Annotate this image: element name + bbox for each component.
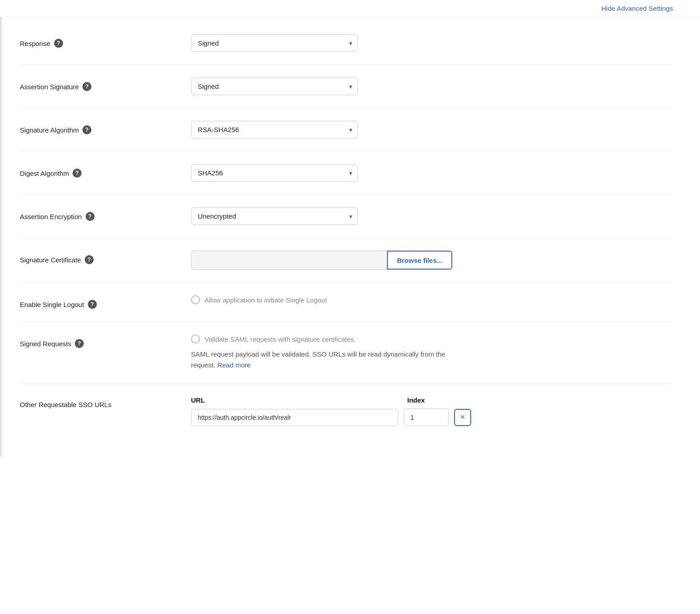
signature-certificate-row: Signature Certificate ? Browse files... [20, 238, 673, 283]
assertion-signature-row: Assertion Signature ? Signed Unsigned ▾ [20, 65, 673, 108]
signature-algorithm-control: RSA-SHA256 RSA-SHA1 RSA-SHA384 RSA-SHA51… [191, 121, 673, 138]
enable-single-logout-label: Enable Single Logout ? [20, 295, 191, 309]
enable-single-logout-control: Allow application to initiate Single Log… [191, 295, 673, 308]
digest-algorithm-label: Digest Algorithm ? [20, 164, 191, 178]
assertion-encryption-select[interactable]: Unencrypted Encrypted [191, 207, 358, 225]
enable-single-logout-row: Enable Single Logout ? Allow application… [20, 283, 673, 322]
assertion-signature-label: Assertion Signature ? [20, 78, 191, 91]
assertion-encryption-label-text: Assertion Encryption [20, 213, 82, 220]
signature-algorithm-label-text: Signature Algorithm [20, 126, 79, 134]
assertion-encryption-row: Assertion Encryption ? Unencrypted Encry… [20, 195, 673, 238]
signature-algorithm-select[interactable]: RSA-SHA256 RSA-SHA1 RSA-SHA384 RSA-SHA51… [191, 121, 358, 138]
file-text-area [191, 251, 387, 270]
response-control: Signed Unsigned ▾ [191, 34, 673, 52]
signature-algorithm-help-icon[interactable]: ? [82, 125, 91, 134]
assertion-encryption-label: Assertion Encryption ? [20, 207, 191, 221]
remove-url-button[interactable]: × [454, 409, 471, 426]
response-label: Response ? [20, 34, 191, 48]
url-column-header: URL [191, 396, 398, 404]
single-logout-checkbox-row: Allow application to initiate Single Log… [191, 295, 673, 304]
single-logout-checkbox[interactable] [191, 295, 200, 304]
other-requestable-sso-urls-label: Other Requestable SSO URLs [20, 396, 191, 408]
digest-algorithm-select-wrapper: SHA256 SHA1 SHA384 SHA512 ▾ [191, 164, 358, 182]
assertion-signature-help-icon[interactable]: ? [82, 82, 91, 91]
signature-certificate-control: Browse files... [191, 251, 673, 270]
signed-requests-description: SAML request payload will be validated. … [191, 349, 452, 371]
signature-certificate-label: Signature Certificate ? [20, 251, 191, 264]
enable-single-logout-label-text: Enable Single Logout [20, 301, 84, 308]
other-requestable-sso-urls-row: Other Requestable SSO URLs URL Index × [20, 384, 673, 439]
other-requestable-sso-urls-control: URL Index × [191, 396, 673, 426]
response-row: Response ? Signed Unsigned ▾ [20, 22, 673, 65]
response-help-icon[interactable]: ? [54, 39, 63, 48]
response-select[interactable]: Signed Unsigned [191, 34, 358, 52]
signed-requests-row: Signed Requests ? Validate SAML requests… [20, 322, 673, 384]
url-index-header: URL Index [191, 396, 673, 404]
assertion-signature-select[interactable]: Signed Unsigned [191, 78, 358, 95]
other-requestable-sso-urls-label-text: Other Requestable SSO URLs [20, 401, 111, 408]
url-input-row: × [191, 408, 673, 426]
hide-advanced-settings-link[interactable]: Hide Advanced Settings [601, 5, 673, 12]
signed-requests-control: Validate SAML requests with signature ce… [191, 334, 673, 371]
signed-requests-label: Signed Requests ? [20, 334, 191, 348]
digest-algorithm-select[interactable]: SHA256 SHA1 SHA384 SHA512 [191, 164, 358, 182]
signature-certificate-help-icon[interactable]: ? [85, 255, 94, 264]
file-input-group: Browse files... [191, 251, 452, 270]
assertion-signature-control: Signed Unsigned ▾ [191, 78, 673, 95]
enable-single-logout-help-icon[interactable]: ? [88, 300, 97, 309]
settings-page: Hide Advanced Settings Response ? Signed… [0, 0, 700, 614]
sso-url-input[interactable] [191, 409, 398, 426]
signature-algorithm-row: Signature Algorithm ? RSA-SHA256 RSA-SHA… [20, 108, 673, 151]
assertion-encryption-select-wrapper: Unencrypted Encrypted ▾ [191, 207, 358, 225]
assertion-encryption-control: Unencrypted Encrypted ▾ [191, 207, 673, 225]
signed-requests-help-icon[interactable]: ? [75, 339, 84, 348]
read-more-link[interactable]: Read more [217, 361, 250, 369]
response-select-wrapper: Signed Unsigned ▾ [191, 34, 358, 52]
settings-form: Response ? Signed Unsigned ▾ Assertion S… [0, 17, 700, 457]
signature-algorithm-select-wrapper: RSA-SHA256 RSA-SHA1 RSA-SHA384 RSA-SHA51… [191, 121, 358, 138]
assertion-encryption-help-icon[interactable]: ? [86, 212, 95, 221]
signed-requests-checkbox-label: Validate SAML requests with signature ce… [205, 335, 356, 343]
digest-algorithm-control: SHA256 SHA1 SHA384 SHA512 ▾ [191, 164, 673, 182]
signed-requests-checkbox-row: Validate SAML requests with signature ce… [191, 334, 673, 344]
index-column-header: Index [407, 396, 461, 404]
signature-algorithm-label: Signature Algorithm ? [20, 121, 191, 134]
single-logout-checkbox-label: Allow application to initiate Single Log… [205, 296, 327, 304]
signed-requests-checkbox[interactable] [191, 334, 200, 344]
assertion-signature-label-text: Assertion Signature [20, 83, 79, 91]
signature-certificate-label-text: Signature Certificate [20, 256, 81, 264]
response-label-text: Response [20, 40, 50, 47]
digest-algorithm-help-icon[interactable]: ? [73, 169, 82, 178]
digest-algorithm-label-text: Digest Algorithm [20, 170, 69, 177]
assertion-signature-select-wrapper: Signed Unsigned ▾ [191, 78, 358, 95]
sso-index-input[interactable] [404, 408, 449, 426]
signed-requests-label-text: Signed Requests [20, 340, 71, 348]
browse-files-button[interactable]: Browse files... [387, 251, 452, 270]
digest-algorithm-row: Digest Algorithm ? SHA256 SHA1 SHA384 SH… [20, 151, 673, 195]
top-bar: Hide Advanced Settings [0, 0, 700, 17]
